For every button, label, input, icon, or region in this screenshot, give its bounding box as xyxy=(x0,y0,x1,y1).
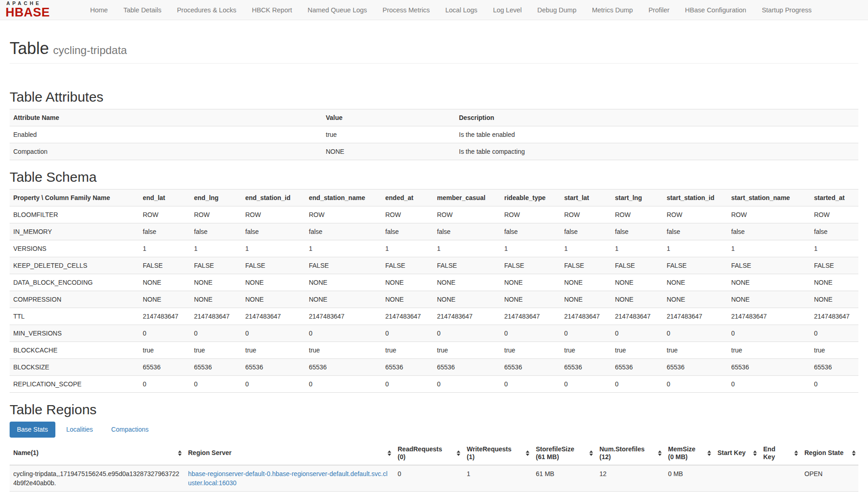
nav-item-table-details[interactable]: Table Details xyxy=(116,0,169,20)
regions-col-memsize-0-mb[interactable]: MemSize (0 MB) xyxy=(664,442,714,465)
schema-property-value: ROW xyxy=(663,206,728,223)
schema-property-value: 65536 xyxy=(501,358,561,375)
schema-col-start-lat: start_lat xyxy=(561,189,611,206)
nav-item: Startup Progress xyxy=(754,0,819,20)
schema-row-min-versions: MIN_VERSIONS000000000000 xyxy=(10,325,858,341)
region-server-link[interactable]: hbase-regionserver-default-0.hbase-regio… xyxy=(188,470,388,487)
sort-icon[interactable] xyxy=(457,450,460,456)
regions-col-start-key[interactable]: Start Key xyxy=(714,442,760,465)
schema-property-value: true xyxy=(242,341,305,358)
regions-col-writerequests-1[interactable]: WriteRequests (1) xyxy=(463,442,532,465)
hbase-logo[interactable]: APACHE HBASE xyxy=(5,1,70,19)
nav-item: HBase Configuration xyxy=(677,0,754,20)
nav-item-procedures-locks[interactable]: Procedures & Locks xyxy=(169,0,244,20)
schema-property-value: 2147483647 xyxy=(663,308,728,325)
regions-col-readrequests-0[interactable]: ReadRequests (0) xyxy=(394,442,463,465)
schema-property-value: 1 xyxy=(501,240,561,257)
schema-property-value: 0 xyxy=(810,325,858,341)
nav-item-hbase-configuration[interactable]: HBase Configuration xyxy=(677,0,754,20)
schema-property-value: true xyxy=(501,341,561,358)
schema-property-value: NONE xyxy=(305,291,382,308)
schema-row-replication-scope: REPLICATION_SCOPE000000000000 xyxy=(10,375,858,392)
region-state: OPEN xyxy=(801,465,858,492)
sort-icon[interactable] xyxy=(589,450,593,456)
schema-property-value: true xyxy=(810,341,858,358)
schema-property-value: FALSE xyxy=(382,257,433,274)
schema-col-start-station-id: start_station_id xyxy=(663,189,728,206)
schema-property-value: 0 xyxy=(728,375,810,392)
region-tab-compactions[interactable]: Compactions xyxy=(104,422,156,438)
attributes-col-attribute-name: Attribute Name xyxy=(10,109,322,126)
schema-property-value: FALSE xyxy=(305,257,382,274)
sort-icon[interactable] xyxy=(852,450,856,456)
sort-icon[interactable] xyxy=(794,450,798,456)
schema-property-value: FALSE xyxy=(433,257,501,274)
nav-item-hbck-report[interactable]: HBCK Report xyxy=(244,0,300,20)
sort-icon[interactable] xyxy=(707,450,711,456)
region-read-requests: 0 xyxy=(394,465,463,492)
sort-icon[interactable] xyxy=(753,450,757,456)
schema-property-value: NONE xyxy=(728,291,810,308)
schema-row-keep-deleted-cells: KEEP_DELETED_CELLSFALSEFALSEFALSEFALSEFA… xyxy=(10,257,858,274)
nav-item-process-metrics[interactable]: Process Metrics xyxy=(375,0,437,20)
nav-item: Table Details xyxy=(116,0,169,20)
schema-property-value: FALSE xyxy=(501,257,561,274)
schema-property-value: 0 xyxy=(728,325,810,341)
regions-header-row: Name(1)Region ServerReadRequests (0)Writ… xyxy=(10,442,858,465)
schema-property-value: 65536 xyxy=(190,358,242,375)
nav-item-debug-dump[interactable]: Debug Dump xyxy=(529,0,584,20)
nav-item-metrics-dump[interactable]: Metrics Dump xyxy=(584,0,641,20)
regions-heading: Table Regions xyxy=(10,402,858,417)
schema-property-value: NONE xyxy=(382,291,433,308)
regions-col-name-1[interactable]: Name(1) xyxy=(10,442,184,465)
attribute-description: Is the table compacting xyxy=(455,143,858,160)
schema-property-value: FALSE xyxy=(728,257,810,274)
nav-item-home[interactable]: Home xyxy=(82,0,116,20)
page-header: Tablecycling-tripdata xyxy=(10,39,858,64)
schema-property-value: 1 xyxy=(433,240,501,257)
schema-property-value: false xyxy=(382,223,433,240)
schema-property-value: NONE xyxy=(561,274,611,291)
schema-col-end-lat: end_lat xyxy=(139,189,190,206)
nav-item: Home xyxy=(82,0,116,20)
nav-item-log-level[interactable]: Log Level xyxy=(485,0,529,20)
schema-property-value: false xyxy=(433,223,501,240)
nav-item: Profiler xyxy=(641,0,677,20)
schema-property-value: 65536 xyxy=(663,358,728,375)
nav-item-startup-progress[interactable]: Startup Progress xyxy=(754,0,819,20)
regions-col-label: StorefileSize (61 MB) xyxy=(536,445,574,460)
regions-col-end-key[interactable]: End Key xyxy=(760,442,801,465)
schema-property-value: FALSE xyxy=(810,257,858,274)
schema-row-data-block-encoding: DATA_BLOCK_ENCODINGNONENONENONENONENONEN… xyxy=(10,274,858,291)
schema-property-value: 2147483647 xyxy=(561,308,611,325)
region-tab-base-stats[interactable]: Base Stats xyxy=(10,422,55,438)
region-tab-localities[interactable]: Localities xyxy=(59,422,100,438)
regions-col-num-storefiles-12[interactable]: Num.Storefiles (12) xyxy=(596,442,664,465)
nav-item: Named Queue Logs xyxy=(300,0,375,20)
regions-col-region-state[interactable]: Region State xyxy=(801,442,858,465)
region-tabs: Base StatsLocalitiesCompactions xyxy=(10,422,858,438)
sort-icon[interactable] xyxy=(178,450,182,456)
region-name: cycling-tripdata,,1719475156245.e95d0a13… xyxy=(10,465,184,492)
regions-col-label: ReadRequests (0) xyxy=(398,445,442,460)
schema-property-value: false xyxy=(139,223,190,240)
schema-property-value: 0 xyxy=(561,325,611,341)
sort-icon[interactable] xyxy=(526,450,529,456)
regions-col-storefilesize-61-mb[interactable]: StorefileSize (61 MB) xyxy=(532,442,596,465)
schema-col-end-station-id: end_station_id xyxy=(242,189,305,206)
schema-property-value: false xyxy=(190,223,242,240)
sort-icon[interactable] xyxy=(658,450,662,456)
schema-property-value: 0 xyxy=(190,375,242,392)
schema-property-value: NONE xyxy=(242,274,305,291)
nav-item-local-logs[interactable]: Local Logs xyxy=(437,0,485,20)
schema-property-value: 1 xyxy=(728,240,810,257)
page-title: Tablecycling-tripdata xyxy=(10,39,858,58)
sort-icon[interactable] xyxy=(388,450,391,456)
regions-col-label: WriteRequests (1) xyxy=(467,445,512,460)
schema-property-value: 0 xyxy=(190,325,242,341)
regions-col-region-server[interactable]: Region Server xyxy=(184,442,394,465)
regions-col-label: MemSize (0 MB) xyxy=(668,445,695,460)
nav-item-profiler[interactable]: Profiler xyxy=(641,0,677,20)
nav-item-named-queue-logs[interactable]: Named Queue Logs xyxy=(300,0,375,20)
region-storefile-size: 61 MB xyxy=(532,465,596,492)
